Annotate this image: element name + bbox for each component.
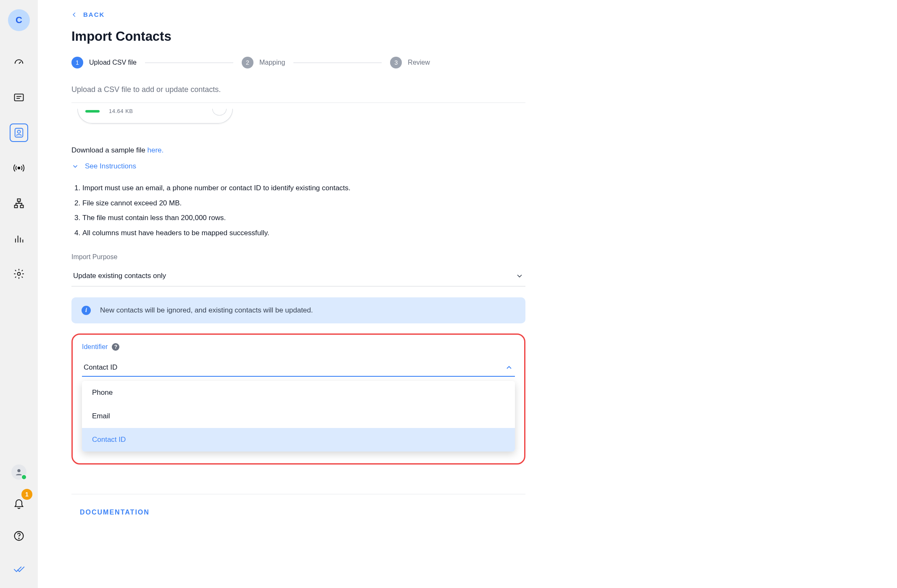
step-3-num: 3 bbox=[390, 57, 402, 68]
gear-icon bbox=[13, 268, 25, 280]
online-indicator bbox=[21, 474, 27, 480]
page-title: Import Contacts bbox=[71, 29, 525, 44]
svg-point-4 bbox=[18, 130, 21, 133]
stepper: 1 Upload CSV file 2 Mapping 3 Review bbox=[71, 57, 525, 68]
sidebar-bottom: 1 bbox=[10, 465, 28, 588]
nav-notifications[interactable]: 1 bbox=[10, 494, 28, 512]
instruction-item: File size cannot exceed 20 MB. bbox=[82, 196, 525, 211]
nav-icons bbox=[10, 53, 28, 283]
see-instructions-label: See Instructions bbox=[85, 162, 136, 171]
broadcast-icon bbox=[13, 162, 25, 174]
identifier-option-email[interactable]: Email bbox=[82, 404, 515, 428]
uploaded-file-chip[interactable]: 14.64 KB bbox=[77, 109, 233, 123]
step-2-num: 2 bbox=[242, 57, 253, 68]
identifier-option-phone[interactable]: Phone bbox=[82, 381, 515, 404]
svg-point-13 bbox=[18, 273, 21, 276]
workspace-avatar[interactable]: C bbox=[8, 9, 30, 31]
svg-rect-7 bbox=[15, 205, 18, 208]
subheading: Upload a CSV file to add or update conta… bbox=[71, 85, 525, 94]
message-icon bbox=[13, 92, 25, 103]
identifier-value: Contact ID bbox=[84, 363, 117, 372]
documentation-link[interactable]: DOCUMENTATION bbox=[71, 494, 525, 516]
step-3-label: Review bbox=[408, 59, 430, 66]
identifier-dropdown: Phone Email Contact ID bbox=[82, 381, 515, 452]
identifier-label: Identifier bbox=[82, 343, 108, 351]
identifier-label-row: Identifier ? bbox=[82, 343, 515, 351]
instructions-list: Import must use an email, a phone number… bbox=[82, 181, 525, 241]
help-tooltip-icon[interactable]: ? bbox=[112, 343, 119, 351]
sample-download-link[interactable]: here. bbox=[147, 146, 164, 154]
instruction-item: All columns must have headers to be mapp… bbox=[82, 226, 525, 241]
chevron-up-icon bbox=[505, 363, 513, 372]
step-1-num: 1 bbox=[71, 57, 83, 68]
identifier-option-contact-id[interactable]: Contact ID bbox=[82, 428, 515, 452]
step-3[interactable]: 3 Review bbox=[390, 57, 430, 68]
sample-prefix: Download a sample file bbox=[71, 146, 147, 154]
instruction-item: The file must contain less than 200,000 … bbox=[82, 210, 525, 226]
bar-chart-icon bbox=[13, 233, 25, 244]
identifier-select[interactable]: Contact ID bbox=[82, 359, 515, 377]
help-icon bbox=[13, 530, 25, 542]
nav-settings[interactable] bbox=[10, 265, 28, 283]
svg-point-5 bbox=[18, 167, 20, 169]
instruction-item: Import must use an email, a phone number… bbox=[82, 181, 525, 196]
person-icon bbox=[13, 127, 25, 139]
avatar-initial: C bbox=[16, 15, 22, 26]
user-presence[interactable] bbox=[11, 465, 26, 480]
step-1[interactable]: 1 Upload CSV file bbox=[71, 57, 137, 68]
identifier-section-highlight: Identifier ? Contact ID Phone Email Cont… bbox=[71, 333, 525, 465]
import-purpose-value: Update existing contacts only bbox=[73, 272, 166, 280]
nav-app-brand[interactable] bbox=[10, 559, 28, 578]
svg-rect-8 bbox=[21, 205, 24, 208]
see-instructions-toggle[interactable]: See Instructions bbox=[71, 162, 525, 171]
divider bbox=[71, 102, 525, 103]
sidebar: C 1 bbox=[0, 0, 38, 588]
chevron-down-icon bbox=[515, 272, 524, 280]
svg-point-16 bbox=[18, 538, 19, 538]
svg-point-14 bbox=[18, 469, 21, 472]
sitemap-icon bbox=[13, 197, 25, 209]
file-status-bar bbox=[85, 110, 100, 113]
info-banner-text: New contacts will be ignored, and existi… bbox=[100, 306, 313, 315]
nav-reports[interactable] bbox=[10, 229, 28, 248]
main: BACK Import Contacts 1 Upload CSV file 2… bbox=[38, 0, 897, 541]
notification-badge: 1 bbox=[21, 489, 32, 500]
step-1-label: Upload CSV file bbox=[89, 59, 137, 66]
chevron-down-icon bbox=[71, 163, 79, 170]
nav-contacts[interactable] bbox=[10, 123, 28, 142]
nav-messages[interactable] bbox=[10, 88, 28, 107]
back-link[interactable]: BACK bbox=[71, 11, 525, 18]
nav-workflows[interactable] bbox=[10, 194, 28, 213]
svg-rect-0 bbox=[15, 94, 24, 101]
import-purpose-select[interactable]: Update existing contacts only bbox=[71, 266, 525, 286]
import-purpose-label: Import Purpose bbox=[71, 253, 525, 261]
remove-file-button[interactable] bbox=[212, 109, 227, 116]
sample-line: Download a sample file here. bbox=[71, 146, 525, 155]
svg-rect-6 bbox=[18, 199, 21, 202]
step-line bbox=[145, 63, 233, 63]
step-line bbox=[293, 63, 382, 63]
file-size: 14.64 KB bbox=[109, 108, 133, 114]
info-icon: i bbox=[82, 306, 91, 315]
bell-icon bbox=[13, 497, 25, 509]
step-2[interactable]: 2 Mapping bbox=[242, 57, 285, 68]
gauge-icon bbox=[13, 56, 25, 68]
nav-help[interactable] bbox=[10, 527, 28, 545]
svg-rect-3 bbox=[15, 129, 23, 137]
nav-broadcast[interactable] bbox=[10, 159, 28, 177]
double-check-icon bbox=[13, 563, 25, 575]
nav-dashboard[interactable] bbox=[10, 53, 28, 71]
step-2-label: Mapping bbox=[259, 59, 285, 66]
info-banner: i New contacts will be ignored, and exis… bbox=[71, 297, 525, 323]
chevron-left-icon bbox=[71, 12, 77, 18]
back-label: BACK bbox=[83, 11, 105, 18]
